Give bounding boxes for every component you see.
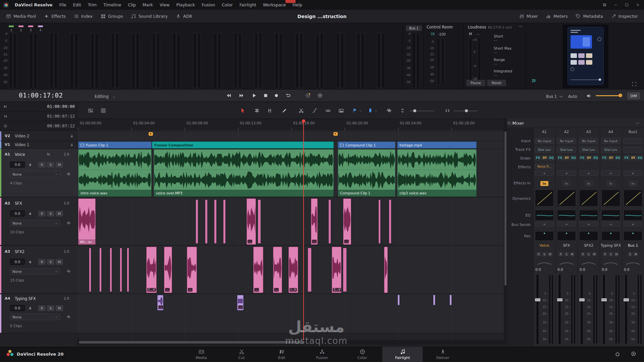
mixer-order-dy-chip[interactable]: DY [608,156,614,160]
mixer-order-dy-chip[interactable]: DY [542,156,548,160]
window-minimize-icon[interactable] [613,3,618,7]
mixer-order-fx-chip[interactable]: FX [601,156,607,160]
mixer-effects-in-toggle[interactable]: In [607,181,615,186]
toolbar-sound-library-button[interactable]: Sound Library [127,10,172,23]
lock-icon[interactable] [70,143,74,147]
mixer-order-fx-chip[interactable]: FX [624,156,630,160]
settings-gear-icon[interactable] [631,351,636,357]
audio-clip-sfx[interactable] [379,200,380,243]
page-tab-cut[interactable]: Cut [221,347,262,362]
waveform-icon[interactable] [66,269,71,274]
lock-icon[interactable] [70,134,74,138]
video-clip[interactable]: footage.mp4 [397,141,477,148]
audio-clip-sfx2[interactable]: ... [253,247,263,293]
loudness-reset-button[interactable]: Reset [487,80,506,86]
mixer-effects-add-button[interactable]: + [535,171,554,176]
audio-clip-typing[interactable] [450,295,451,305]
audio-clip-sfx2[interactable] [100,248,101,292]
mixer-track-name[interactable]: SFX [555,243,578,249]
timeline-marker[interactable] [333,132,338,136]
mixer-bus-send-add[interactable]: + [601,222,620,226]
track-header-v1[interactable]: V1Video 1 [0,141,78,149]
pencil-tool[interactable] [282,108,287,113]
track-grid-icon[interactable] [101,108,106,113]
toolbar-mixer-button[interactable]: Mixer [515,10,542,23]
menu-file[interactable]: File [56,0,70,10]
audio-clip-sfx[interactable] [214,200,216,243]
menu-edit[interactable]: Edit [69,0,84,10]
audio-clip-sfx2[interactable]: ... [164,247,172,293]
mixer-r-button[interactable]: R [536,252,541,256]
toolbar-media-pool-button[interactable]: Media Pool [2,10,40,23]
mixer-s-button[interactable]: S [586,252,591,256]
home-icon[interactable] [615,351,620,357]
expand-viewer-icon[interactable] [632,82,637,86]
track-header-a3[interactable]: A3SFX22.00.0RSMNone15 Clips [0,246,78,294]
track-header-a2[interactable]: A2SFX2.00.0RSMNone10 Clips [0,198,78,245]
video-clip[interactable]: Fusion Composition [152,141,334,148]
mixer-channel-label[interactable]: A4 [600,129,622,135]
mixer-pan-pad[interactable] [579,231,598,241]
audio-clip-sfx[interactable] [389,200,391,243]
track-level-value[interactable]: 0.0 [10,259,25,265]
waveform-view-icon[interactable] [386,108,392,113]
stop-button[interactable] [263,93,268,98]
playhead[interactable] [303,121,304,340]
mixer-order-fx-chip[interactable]: FX [557,156,563,160]
toolbar-adr-button[interactable]: ADR [172,10,196,23]
mixer-pan-pad[interactable] [557,231,576,241]
fader-handle[interactable] [624,298,629,301]
toolbar-metadata-button[interactable]: Metadata [572,10,607,23]
mixer-dynamics-graph[interactable] [624,190,642,206]
mixer-trackfx-chip[interactable]: Dial Lev [557,147,576,153]
menu-timeline[interactable]: Timeline [100,0,124,10]
selection-tool[interactable] [240,108,246,113]
mixer-eq-graph[interactable] [535,210,554,221]
mixer-effects-add-button[interactable]: + [601,171,620,176]
mixer-input-chip[interactable]: No Input [535,138,554,144]
track-header-a1[interactable]: A1Voicefx2.00.0RSMNone4 Clips [0,149,78,197]
mixer-eq-graph[interactable] [624,210,642,221]
track-header-v2[interactable]: V2Video 2 [0,131,78,141]
lock-icon[interactable] [28,163,32,167]
page-tab-edit[interactable]: Edit [262,347,302,362]
flag-chevron-icon[interactable] [359,109,362,113]
mixer-input-chip[interactable]: No Input [601,138,620,144]
mixer-effects-add-button[interactable]: + [579,171,598,176]
waveform-icon[interactable] [66,172,71,176]
mixer-m-button[interactable]: M [634,252,638,256]
mixer-effects-add-button[interactable]: + [557,171,576,176]
mixer-m-button[interactable]: M [592,252,597,256]
mixer-s-button[interactable]: S [564,252,569,256]
monitor-auto-label[interactable]: Auto [568,94,577,99]
waveform-icon[interactable] [66,315,71,319]
mixer-pan-pad[interactable] [601,231,620,241]
menu-color[interactable]: Color [218,0,236,10]
page-tab-color[interactable]: Color [342,347,382,362]
fade-tool[interactable] [312,108,317,113]
mixer-order-dy-chip[interactable]: DY [586,156,592,160]
h-scrollbar-thumb[interactable] [79,341,304,344]
range-tool[interactable] [267,108,272,113]
flag-button[interactable] [352,108,358,113]
menu-davinci-resolve[interactable]: DaVinci Resolve [11,0,56,10]
audio-clip-sfx[interactable] [205,200,207,243]
mixer-s-button[interactable]: S [542,252,547,256]
fader-groove[interactable] [603,275,605,344]
volume-slider-handle[interactable] [619,94,622,97]
page-tab-media[interactable]: Media [181,347,221,362]
mixer-trackfx-chip[interactable]: Dial Lev [579,147,598,153]
mixer-order-fx-chip[interactable]: FX [535,156,541,160]
mixer-channel-label[interactable]: A2 [555,129,578,135]
track-header-a4[interactable]: A4Typing SFX2.00.0RSMNone5 Clips [0,294,78,333]
track-level-value[interactable]: 0.0 [10,210,25,217]
transport-settings-icon[interactable] [317,93,323,98]
audio-clip-voice[interactable]: voice over.MP3 [154,149,334,197]
meter-settings-icon[interactable] [531,78,536,83]
track-r-button[interactable]: R [38,211,46,217]
track-m-button[interactable]: M [56,305,63,311]
audio-clip-sfx2[interactable]: l...V [288,247,298,293]
video-clip[interactable]: Compound Clip 1 [338,141,395,148]
mixer-bus-send-add[interactable]: + [557,222,576,226]
audio-clip-sfx[interactable]: ... [343,198,351,245]
